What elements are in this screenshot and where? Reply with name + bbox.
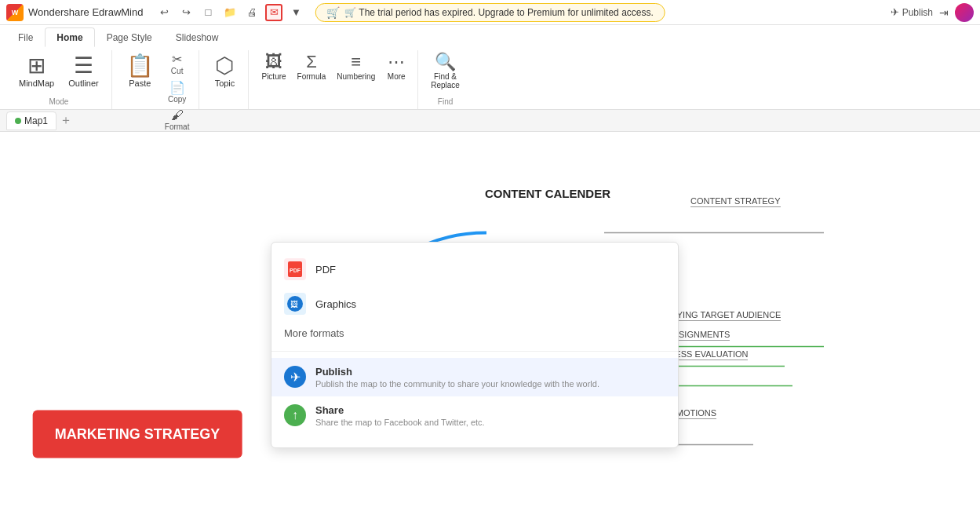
ribbon-toolbar: ⊞ MindMap ☰ Outliner Mode 📋 Paste ✂ Cut — [0, 47, 980, 110]
mode-group-label: Mode — [13, 97, 105, 109]
outliner-label: Outliner — [68, 78, 99, 88]
numbering-icon: ≡ — [351, 53, 361, 71]
mindmap-label: MindMap — [19, 78, 54, 88]
cart-icon: 🛒 — [326, 6, 340, 19]
add-map-tab-button[interactable]: ＋ — [60, 112, 72, 129]
more-formats-label: More formats — [284, 327, 344, 339]
redo-button[interactable]: ↪ — [177, 4, 195, 21]
more-button[interactable]: ⋯ More — [381, 50, 411, 84]
topic-icon: ⬡ — [215, 55, 234, 77]
leaf-content-strategy: CONTENT STRATEGY — [690, 196, 781, 207]
tab-slideshow[interactable]: Slideshow — [164, 27, 231, 47]
ribbon-group-clipboard: 📋 Paste ✂ Cut 📄 Copy 🖌 FormatPainter Cli… — [114, 50, 200, 109]
ribbon-group-insert: 🖼 Picture Σ Formula ≡ Numbering ⋯ More — [250, 50, 418, 109]
app-logo: W — [6, 4, 24, 21]
topic-label: Topic — [215, 78, 235, 88]
share-icon[interactable]: ⇥ — [939, 6, 949, 19]
undo-button[interactable]: ↩ — [155, 4, 173, 21]
formula-icon: Σ — [306, 53, 317, 71]
topic-buttons: ⬡ Topic — [207, 50, 242, 106]
tab-home[interactable]: Home — [45, 27, 94, 47]
paste-label: Paste — [129, 78, 151, 88]
paste-button[interactable]: 📋 Paste — [120, 50, 160, 93]
map-tab-dot — [15, 118, 21, 124]
publish-button[interactable]: ✈ Publish — [891, 6, 933, 18]
find-replace-label: Find &Replace — [431, 72, 460, 89]
picture-button[interactable]: 🖼 Picture — [257, 50, 290, 84]
ribbon-tab-bar: File Home Page Style Slideshow — [0, 25, 980, 47]
outliner-icon: ☰ — [74, 55, 93, 77]
ribbon-group-mode: ⊞ MindMap ☰ Outliner Mode — [6, 50, 112, 109]
mindmap-button[interactable]: ⊞ MindMap — [13, 50, 60, 93]
export-pdf-item[interactable]: PDF PDF — [271, 252, 678, 287]
format-painter-icon: 🖌 — [171, 108, 184, 122]
more-toolbar[interactable]: ▼ — [287, 4, 304, 21]
svg-text:PDF: PDF — [290, 268, 301, 273]
clipboard-small-buttons: ✂ Cut 📄 Copy 🖌 FormatPainter — [162, 50, 193, 141]
find-buttons: 🔍 Find &Replace — [426, 50, 464, 97]
copy-icon: 📄 — [169, 80, 185, 95]
ribbon-group-topic: ⬡ Topic — [201, 50, 249, 109]
numbering-label: Numbering — [337, 72, 375, 81]
cut-label: Cut — [171, 67, 184, 75]
canvas-area: MARKETING STRATEGY CONTENT CALENDER SEO … — [0, 132, 980, 522]
find-replace-button[interactable]: 🔍 Find &Replace — [426, 50, 464, 93]
trial-banner[interactable]: 🛒 🛒 The trial period has expired. Upgrad… — [315, 3, 665, 22]
export-graphics-item[interactable]: 🖼 Graphics — [271, 287, 678, 321]
topic-button[interactable]: ⬡ Topic — [207, 50, 242, 93]
mindmap-icon: ⊞ — [27, 55, 46, 77]
cut-icon: ✂ — [172, 52, 182, 67]
tab-page-style[interactable]: Page Style — [95, 27, 164, 47]
pdf-icon: PDF — [284, 258, 306, 280]
title-bar: W Wondershare EdrawMind ↩ ↪ □ 📁 🖨 ✉ ▼ 🛒 … — [0, 0, 980, 25]
paste-icon: 📋 — [126, 55, 154, 77]
insert-buttons: 🖼 Picture Σ Formula ≡ Numbering ⋯ More — [257, 50, 411, 106]
publish-action-item[interactable]: ✈ Publish Publish the map to the communi… — [271, 358, 678, 396]
export-button[interactable]: ✉ — [265, 4, 282, 21]
new-button[interactable]: □ — [199, 4, 217, 21]
branch-content-calender: CONTENT CALENDER — [485, 187, 610, 200]
formula-button[interactable]: Σ Formula — [293, 50, 331, 84]
topic-group-label — [207, 106, 242, 109]
share-section: ✈ Publish Publish the map to the communi… — [271, 352, 678, 441]
user-avatar[interactable] — [955, 3, 974, 22]
more-formats-item[interactable]: More formats — [271, 321, 678, 348]
outliner-button[interactable]: ☰ Outliner — [62, 50, 105, 93]
share-action-icon: ↑ — [284, 404, 306, 426]
export-dropdown-menu: PDF PDF 🖼 Graphics More formats ✈ Publis… — [271, 242, 679, 448]
tab-file[interactable]: File — [6, 27, 45, 47]
titlebar-actions: ↩ ↪ □ 📁 🖨 ✉ ▼ — [155, 4, 304, 21]
open-button[interactable]: 📁 — [221, 4, 239, 21]
svg-text:🖼: 🖼 — [290, 300, 298, 308]
trial-text: 🛒 The trial period has expired. Upgrade … — [344, 7, 654, 18]
publish-action-icon: ✈ — [284, 366, 306, 388]
print-button[interactable]: 🖨 — [243, 4, 260, 21]
copy-button[interactable]: 📄 Copy — [162, 78, 193, 105]
graphics-icon: 🖼 — [284, 293, 306, 315]
share-action-text: Share Share the map to Facebook and Twit… — [315, 404, 485, 427]
more-icon: ⋯ — [388, 53, 405, 71]
publish-icon: ✈ — [891, 6, 899, 18]
publish-action-title: Publish — [315, 366, 599, 378]
mode-buttons: ⊞ MindMap ☰ Outliner — [13, 50, 105, 97]
pdf-label: PDF — [315, 264, 336, 276]
numbering-button[interactable]: ≡ Numbering — [332, 50, 380, 84]
picture-icon: 🖼 — [265, 53, 282, 71]
titlebar-right: ✈ Publish ⇥ — [891, 3, 974, 22]
share-action-item[interactable]: ↑ Share Share the map to Facebook and Tw… — [271, 396, 678, 435]
share-action-desc: Share the map to Facebook and Twitter, e… — [315, 418, 485, 427]
publish-action-text: Publish Publish the map to the community… — [315, 366, 599, 389]
map-tab-1[interactable]: Map1 — [6, 111, 56, 130]
central-node[interactable]: MARKETING STRATEGY — [33, 411, 242, 458]
cut-button[interactable]: ✂ Cut — [162, 50, 193, 77]
app-name: Wondershare EdrawMind — [28, 6, 143, 18]
clipboard-buttons: 📋 Paste ✂ Cut 📄 Copy 🖌 FormatPainter — [120, 50, 193, 141]
ribbon-group-find: 🔍 Find &Replace Find — [420, 50, 471, 109]
publish-label: Publish — [902, 7, 933, 18]
export-section: PDF PDF 🖼 Graphics More formats — [271, 249, 678, 352]
share-action-title: Share — [315, 404, 485, 416]
copy-label: Copy — [168, 95, 186, 104]
graphics-label: Graphics — [315, 298, 356, 310]
map-tab-label: Map1 — [24, 115, 48, 126]
find-replace-icon: 🔍 — [435, 53, 456, 71]
